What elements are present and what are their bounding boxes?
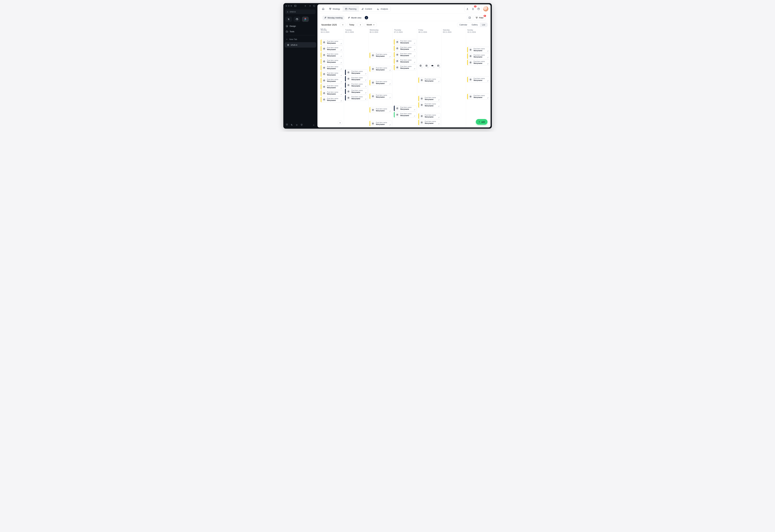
link-icon	[487, 97, 489, 99]
help-button[interactable]	[476, 6, 482, 12]
card-title: Post item name	[425, 78, 441, 80]
browser-new-tab[interactable]: ＋ New Tab	[283, 36, 317, 42]
link-icon	[340, 100, 342, 102]
post-card[interactable]: Post item nameStoryname	[345, 82, 368, 88]
nav-home[interactable]	[320, 6, 326, 12]
post-card[interactable]: Post item nameStoryname	[345, 95, 368, 101]
post-card[interactable]: Post item nameStoryname	[320, 97, 343, 102]
moon-icon[interactable]	[291, 123, 293, 127]
folder-icon	[286, 30, 288, 33]
post-card[interactable]: Post item nameStoryname	[467, 47, 490, 53]
post-card[interactable]: Post item nameStoryname	[394, 45, 417, 51]
post-card[interactable]: Post item nameStoryname	[320, 58, 343, 64]
archive-icon[interactable]	[286, 123, 288, 127]
post-card[interactable]: Post item nameStoryname	[369, 52, 392, 58]
nav-reload-icon[interactable]	[313, 5, 315, 7]
post-card[interactable]: Post item nameStoryname	[369, 121, 392, 126]
card-title: Post item name	[425, 103, 441, 105]
post-card[interactable]: Post item nameStoryname	[320, 52, 343, 58]
post-card[interactable]: Post item nameStoryname	[467, 53, 490, 59]
link-icon	[414, 49, 416, 51]
post-card[interactable]: Post item nameStoryname	[369, 93, 392, 99]
post-card[interactable]: Post item nameStoryname	[320, 39, 343, 45]
post-card[interactable]: Post item nameStoryname	[467, 94, 490, 99]
nav-planning[interactable]: Planning	[342, 6, 359, 12]
view-list[interactable]: List	[480, 23, 487, 27]
post-card[interactable]: Post item nameStoryname	[418, 113, 441, 119]
card-title: Post item name	[425, 114, 441, 116]
panel-toggle-button[interactable]	[467, 15, 472, 20]
range-dropdown[interactable]: Month	[364, 23, 377, 27]
quick-github[interactable]	[293, 17, 300, 22]
quick-x[interactable]	[285, 17, 292, 22]
post-card[interactable]: Post item nameStoryname	[320, 90, 343, 96]
post-card[interactable]: Post item nameStoryname	[369, 66, 392, 72]
mini-card[interactable]	[424, 63, 429, 68]
add-fab[interactable]: ＋ add	[476, 119, 487, 125]
post-card[interactable]: Post item nameStoryname	[394, 64, 417, 70]
post-card[interactable]: Post item nameStoryname	[394, 39, 417, 45]
nav-back-icon[interactable]	[304, 5, 306, 7]
post-card[interactable]: Post item nameStoryname	[467, 77, 490, 82]
prev-period-button[interactable]	[340, 23, 346, 27]
view-calendar[interactable]: Calendar	[457, 23, 470, 27]
mini-card[interactable]	[418, 63, 423, 68]
view-segmented: Calendar Gallery List	[457, 23, 488, 27]
channel-icon	[469, 60, 473, 64]
add-pinned-button[interactable]: ＋	[365, 16, 368, 19]
post-card[interactable]: Post item nameStoryname	[369, 80, 392, 86]
post-card[interactable]: Post item nameStoryname	[320, 71, 343, 77]
pinned-view-2[interactable]: Month view	[346, 15, 363, 20]
post-card[interactable]: Post item nameStoryname	[320, 65, 343, 71]
browser-side-design[interactable]: Design	[283, 23, 317, 29]
user-avatar[interactable]	[483, 6, 489, 11]
post-card[interactable]: Post item nameStoryname	[394, 112, 417, 118]
view-gallery[interactable]: Gallery	[469, 23, 480, 27]
card-title: Post item name	[327, 78, 343, 80]
add-card-button[interactable]: ＋	[338, 121, 342, 125]
post-card[interactable]: Post item nameStoryname	[320, 77, 343, 83]
quick-figma[interactable]	[302, 17, 309, 22]
post-card[interactable]: Post item nameStoryname	[418, 102, 441, 108]
post-card[interactable]: Post item nameStoryname	[394, 105, 417, 111]
controls-bar: November 2025 Today Month Calendar Galle…	[317, 21, 491, 28]
day-column: Tuesday05.11.2024Post item nameStoryname…	[344, 28, 368, 127]
nav-content[interactable]: Content	[359, 6, 374, 12]
download-button[interactable]	[465, 6, 470, 12]
color-stripe	[394, 105, 395, 111]
sidebar-toggle-icon[interactable]	[294, 5, 296, 7]
post-card[interactable]: Post item nameStoryname	[320, 84, 343, 90]
mini-card[interactable]	[430, 63, 435, 68]
post-card[interactable]: Post item nameStoryname	[418, 96, 441, 101]
post-card[interactable]: Post item nameStoryname	[345, 88, 368, 94]
nav-forward-icon[interactable]	[309, 5, 311, 7]
today-button[interactable]: Today	[347, 23, 356, 27]
post-card[interactable]: Post item nameStoryname	[418, 77, 441, 83]
nav-analysis[interactable]: Analysis	[374, 6, 391, 12]
pinned-view-1[interactable]: Monday meeting	[322, 15, 344, 20]
post-card[interactable]: Post item nameStoryname	[369, 107, 392, 113]
browser-tab-active[interactable]: uhub.io	[284, 42, 316, 48]
stack-icon[interactable]	[300, 123, 303, 127]
month-title[interactable]: November 2025	[320, 23, 339, 27]
post-card[interactable]: Post item nameStoryname	[418, 119, 441, 125]
sparkle-icon[interactable]: ✳	[296, 123, 298, 127]
post-card[interactable]: Post item nameStoryname	[394, 58, 417, 64]
card-title: Post item name	[400, 65, 416, 67]
next-period-button[interactable]	[357, 23, 363, 27]
plus-icon[interactable]: ＋	[312, 123, 315, 127]
post-card[interactable]: Post item nameStoryname	[394, 52, 417, 58]
post-card[interactable]: Post item nameStoryname	[345, 69, 368, 75]
svg-rect-0	[294, 5, 296, 7]
browser-side-tools[interactable]: Tools	[283, 29, 317, 34]
filter-button[interactable]: Filter 6	[474, 15, 486, 20]
nav-strategy[interactable]: Strategy	[326, 6, 342, 12]
post-card[interactable]: Post item nameStoryname	[345, 76, 368, 82]
card-title: Post item name	[327, 97, 343, 99]
post-card[interactable]: Post item nameStoryname	[320, 46, 343, 52]
notifications-button[interactable]: 6	[470, 6, 476, 12]
channel-icon	[371, 121, 375, 125]
mini-card[interactable]	[436, 63, 441, 68]
post-card[interactable]: Post item nameStoryname	[467, 59, 490, 65]
address-bar[interactable]: uhub.io	[285, 9, 315, 14]
